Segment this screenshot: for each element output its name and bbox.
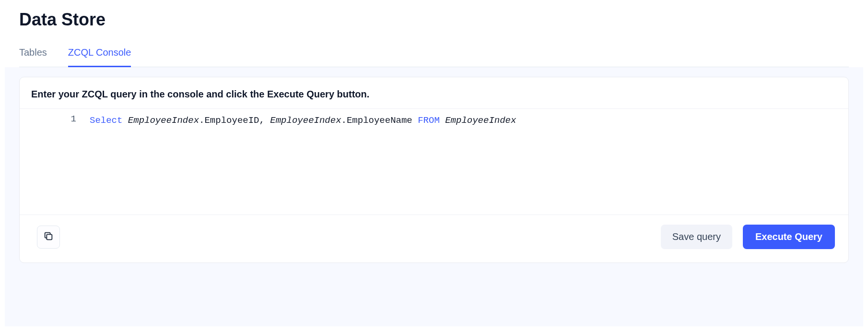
execute-query-button[interactable]: Execute Query <box>743 225 835 249</box>
page-title: Data Store <box>19 10 849 30</box>
tab-tables[interactable]: Tables <box>19 47 47 67</box>
keyword-from: FROM <box>418 115 440 126</box>
comma: , <box>259 115 265 126</box>
line-gutter: 1 <box>20 109 87 215</box>
copy-button[interactable] <box>37 226 60 249</box>
tab-zcql-console[interactable]: ZCQL Console <box>68 47 131 67</box>
content-area: Enter your ZCQL query in the console and… <box>5 67 863 326</box>
tab-bar: Tables ZCQL Console <box>19 47 849 67</box>
copy-icon <box>43 231 54 243</box>
card-footer: Save query Execute Query <box>20 215 848 263</box>
ident-col1: EmployeeID <box>204 115 259 126</box>
ident-col2: EmployeeName <box>347 115 412 126</box>
ident-table1: EmployeeIndex <box>128 115 199 126</box>
query-card: Enter your ZCQL query in the console and… <box>19 77 849 263</box>
code-text[interactable]: Select EmployeeIndex.EmployeeID, Employe… <box>87 109 848 215</box>
ident-table2: EmployeeIndex <box>270 115 341 126</box>
svg-rect-0 <box>47 234 52 239</box>
footer-actions: Save query Execute Query <box>661 225 835 249</box>
code-editor[interactable]: 1 Select EmployeeIndex.EmployeeID, Emplo… <box>20 108 848 215</box>
dot: . <box>199 115 204 126</box>
keyword-select: Select <box>90 115 122 126</box>
save-query-button[interactable]: Save query <box>661 225 732 249</box>
line-number: 1 <box>24 114 76 124</box>
ident-table3: EmployeeIndex <box>445 115 516 126</box>
dot: . <box>341 115 347 126</box>
query-instruction: Enter your ZCQL query in the console and… <box>20 89 848 108</box>
